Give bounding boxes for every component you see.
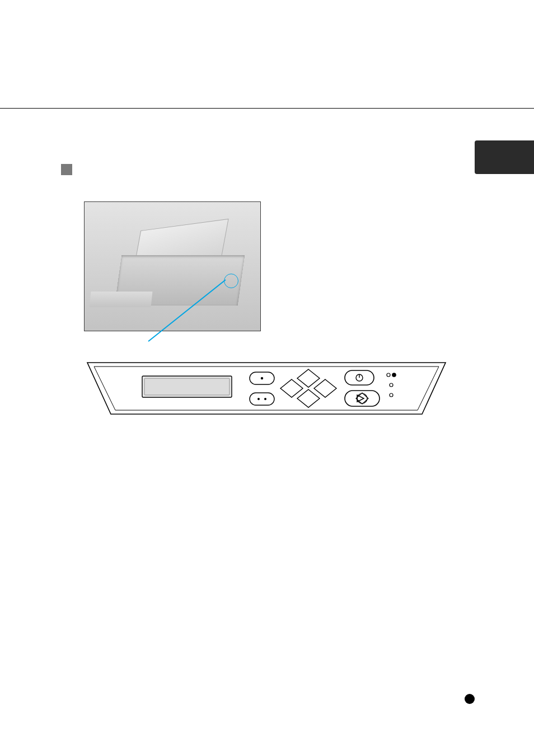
svg-point-5 xyxy=(257,398,260,400)
start-button xyxy=(345,391,380,406)
stop-button xyxy=(345,370,374,385)
scanner-output-tray xyxy=(90,292,153,307)
scanner-photo xyxy=(84,201,261,331)
function-button-bottom xyxy=(250,393,274,405)
svg-rect-4 xyxy=(250,393,274,405)
top-rule xyxy=(0,108,534,109)
section-bullet xyxy=(61,164,72,175)
svg-point-6 xyxy=(264,398,266,400)
operator-panel-illustration xyxy=(82,358,451,420)
svg-point-15 xyxy=(392,373,396,377)
svg-rect-1 xyxy=(144,378,229,395)
callout-circle-icon xyxy=(224,274,238,288)
function-button-top xyxy=(250,372,274,384)
chapter-tab xyxy=(475,140,534,174)
svg-point-3 xyxy=(261,377,263,379)
page-marker-dot xyxy=(465,694,475,704)
